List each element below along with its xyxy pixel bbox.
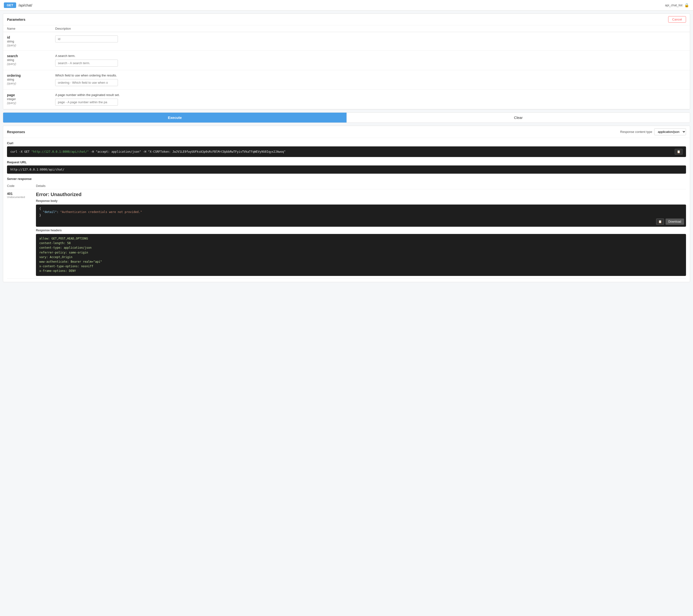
- curl-header: -H "accept: application/json" -H "X-CSRF…: [89, 150, 285, 153]
- response-body-text: { "detail": "Authentication credentials …: [39, 207, 682, 217]
- response-body-box: { "detail": "Authentication credentials …: [36, 205, 686, 227]
- param-row-ordering: ordering string (query) Which field to u…: [3, 70, 690, 90]
- content-type-area: Response content type application/json: [620, 128, 686, 135]
- curl-url: "http://127.0.0.1:8000/api/chat/": [31, 150, 89, 153]
- request-url-label: Request URL: [7, 160, 686, 164]
- param-desc-block-search: A search term.: [55, 54, 686, 66]
- param-desc-block-id: [55, 36, 686, 42]
- param-name-block-search: search string (query): [7, 54, 55, 65]
- col-description: Description: [55, 27, 686, 31]
- response-body-copy-button[interactable]: 📋: [656, 218, 664, 225]
- curl-text: curl -X GET "http://127.0.0.1:8000/api/c…: [11, 150, 673, 153]
- param-description-ordering: Which field to use when ordering the res…: [55, 74, 686, 77]
- param-input-id[interactable]: [55, 36, 118, 42]
- execute-button[interactable]: Execute: [3, 113, 346, 122]
- responses-section: Responses Response content type applicat…: [3, 126, 690, 282]
- params-title: Parameters: [7, 18, 25, 21]
- curl-label: Curl: [7, 141, 686, 145]
- param-name-block-id: id string (query): [7, 36, 55, 47]
- response-headers-box: allow: GET,POST,HEAD,OPTIONS content-len…: [36, 234, 686, 276]
- response-row-401: 401 Undocumented Error: Unauthorized Res…: [7, 189, 686, 278]
- param-row-page: page integer (query) A page number withi…: [3, 90, 690, 109]
- response-details: Error: Unauthorized Response body { "det…: [36, 192, 686, 276]
- server-response-label: Server response: [7, 177, 686, 181]
- params-col-headers: Name Description: [3, 25, 690, 32]
- top-bar-right: api_chat_list 🔒: [665, 3, 689, 7]
- api-name: api_chat_list: [665, 3, 682, 7]
- curl-box: curl -X GET "http://127.0.0.1:8000/api/c…: [7, 147, 686, 157]
- param-type-ordering: string: [7, 78, 55, 81]
- response-code-block: 401 Undocumented: [7, 192, 36, 198]
- response-body-label: Response body: [36, 199, 686, 203]
- param-name-page: page: [7, 93, 55, 97]
- responses-header: Responses Response content type applicat…: [3, 126, 690, 138]
- request-url-section: Request URL http://127.0.0.1:8000/api/ch…: [3, 160, 690, 177]
- curl-command: curl -X GET: [11, 150, 31, 153]
- param-description-page: A page number within the paginated resul…: [55, 93, 686, 97]
- curl-copy-button[interactable]: 📋: [675, 149, 682, 155]
- endpoint-path: /api/chat/: [19, 3, 32, 7]
- param-name-id: id: [7, 36, 55, 39]
- param-type-id: string: [7, 40, 55, 43]
- request-url-box: http://127.0.0.1:8000/api/chat/: [7, 166, 686, 174]
- top-bar-left: GET /api/chat/: [4, 2, 32, 8]
- response-code: 401: [7, 192, 36, 196]
- param-name-block-page: page integer (query): [7, 93, 55, 105]
- param-name-block-ordering: ordering string (query): [7, 74, 55, 85]
- method-badge: GET: [4, 2, 16, 8]
- param-location-ordering: (query): [7, 82, 55, 85]
- param-desc-block-page: A page number within the paginated resul…: [55, 93, 686, 105]
- content-type-select[interactable]: application/json: [654, 128, 686, 135]
- param-location-id: (query): [7, 44, 55, 47]
- parameters-section: Parameters Cancel Name Description id st…: [3, 14, 690, 110]
- request-url-value: http://127.0.0.1:8000/api/chat/: [11, 168, 64, 171]
- params-header: Parameters Cancel: [3, 14, 690, 25]
- param-input-page[interactable]: [55, 99, 118, 105]
- responses-title: Responses: [7, 130, 25, 134]
- response-error-title: Error: Unauthorized: [36, 192, 686, 197]
- response-headers-text: allow: GET,POST,HEAD,OPTIONS content-len…: [39, 236, 682, 273]
- lock-icon: 🔒: [684, 3, 689, 7]
- cancel-button[interactable]: Cancel: [668, 16, 686, 23]
- response-col-code: Code: [7, 184, 36, 188]
- col-name: Name: [7, 27, 55, 31]
- clear-button[interactable]: Clear: [346, 113, 690, 122]
- param-type-page: integer: [7, 97, 55, 101]
- param-description-search: A search term.: [55, 54, 686, 58]
- top-bar: GET /api/chat/ api_chat_list 🔒: [0, 0, 693, 11]
- curl-section: Curl curl -X GET "http://127.0.0.1:8000/…: [3, 138, 690, 160]
- action-row: Execute Clear: [3, 112, 690, 123]
- response-body-download-button[interactable]: Download: [666, 218, 684, 225]
- response-body-actions: 📋 Download: [656, 218, 684, 225]
- response-col-details: Details: [36, 184, 686, 188]
- param-name-search: search: [7, 54, 55, 58]
- param-row-search: search string (query) A search term.: [3, 51, 690, 70]
- server-response-section: Server response Code Details 401 Undocum…: [3, 177, 690, 282]
- param-type-search: string: [7, 58, 55, 62]
- param-row-id: id string (query): [3, 32, 690, 51]
- content-type-label: Response content type: [620, 130, 652, 134]
- param-input-search[interactable]: [55, 60, 118, 66]
- response-undoc: Undocumented: [7, 196, 36, 198]
- param-name-ordering: ordering: [7, 74, 55, 77]
- param-desc-block-ordering: Which field to use when ordering the res…: [55, 74, 686, 86]
- param-input-ordering[interactable]: [55, 79, 118, 86]
- response-headers-label: Response headers: [36, 229, 686, 232]
- response-col-headers: Code Details: [7, 182, 686, 189]
- param-location-page: (query): [7, 101, 55, 105]
- param-location-search: (query): [7, 62, 55, 65]
